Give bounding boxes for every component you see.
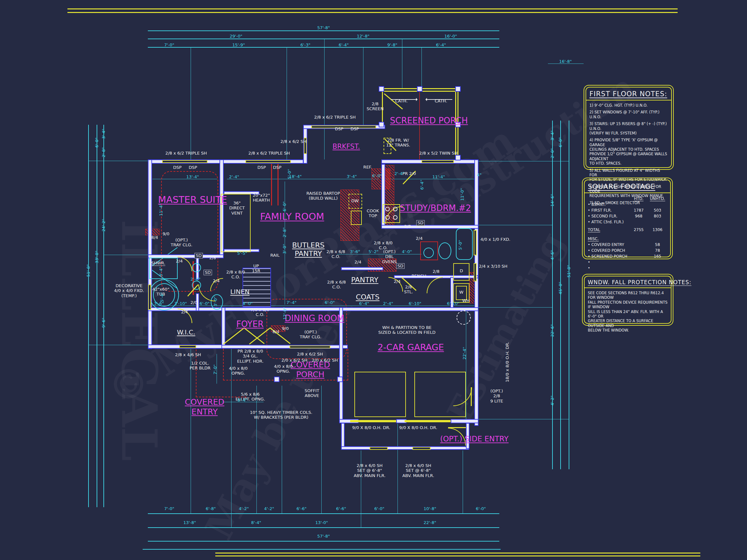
garage-door-header (405, 420, 450, 422)
annotation-label: 9/0 (163, 231, 170, 236)
annotation-label: 18/0 x 8/0 O.H. DR. (505, 342, 510, 382)
cell: 58 (648, 242, 667, 247)
dim: 5'-0" (287, 169, 292, 179)
dim: 6'-0" (325, 300, 335, 305)
square-footage-row: • BSMNT. (588, 202, 667, 207)
annotation-label: 2/8 x 6/2 TRIPLE SH (248, 151, 290, 156)
annotation-label: WH (462, 298, 470, 303)
dim: 22'-4" (462, 347, 467, 359)
dim: 45'-0" (558, 282, 563, 294)
wall (341, 423, 345, 449)
room-label-dining-room: DINING ROOM (285, 313, 344, 323)
sheet-border-bottom-cyan (143, 549, 500, 550)
dim: 2'-4" (394, 171, 405, 176)
divider (585, 288, 671, 288)
plan-geometry: WNDW. FALL PROTECTION NOTES: SEE CODE SE… (584, 276, 671, 324)
note-item: 3) STAIRS: UP 15 RISERS @ 8" (+ -) (TYP.… (589, 122, 668, 135)
dim: 6'-0" (372, 174, 382, 178)
annotation-label: 2/8 x 6/2 TRIPLE SH (165, 151, 207, 156)
dim: 7'-0" (164, 506, 175, 511)
annotation-label: WH & PARTITION TO BE SIZED & LOCATED IN … (378, 325, 435, 335)
wall (341, 267, 383, 270)
cell: 803 (648, 213, 667, 219)
annotation-label: DW (352, 198, 359, 203)
sheet-border-bottom (215, 553, 700, 554)
square-footage-title: SQUARE FOOTAGE (588, 183, 667, 191)
dim: 6'-6" (336, 506, 346, 511)
plan-geometry (385, 179, 474, 179)
annotation-label: 8/4 (273, 329, 280, 334)
plan-geometry (421, 48, 422, 88)
sink (423, 247, 434, 258)
square-footage-row: • COVERED ENTRY58 (588, 242, 667, 247)
annotation-label: (OPT.) TRAY CLG. (300, 329, 321, 340)
plan-geometry (397, 424, 398, 513)
annotation-label: 36" DIRECT VENT (229, 201, 245, 215)
porch-column (379, 86, 384, 92)
room-label-family-room: FAMILY ROOM (260, 211, 324, 222)
room-label-coats: COATS (356, 293, 379, 301)
room-label-screened-porch: SCREENED PORCH (390, 116, 468, 126)
garage-door-header (350, 420, 396, 422)
plan-geometry (393, 215, 397, 220)
annotation-label: DSP (273, 165, 281, 170)
plan-geometry (148, 47, 499, 48)
annotation-label: 9/0 X 8/0 O.H. DR. (352, 425, 390, 430)
square-footage-rows: • BSMNT.• FIRST FLR.1787503• SECOND FLR.… (588, 202, 667, 225)
dim: 6'-0" (558, 137, 563, 148)
porch-column (274, 377, 280, 382)
dim: 7'-4" (287, 300, 297, 305)
plan-geometry (569, 121, 569, 469)
dim: 4'-6" (550, 250, 555, 260)
window-wic (179, 345, 196, 348)
window-fall-protection-title: WNDW. FALL PROTECTION NOTES: (588, 279, 668, 286)
plan-geometry (466, 311, 466, 419)
dim: 5'-0" (458, 240, 463, 250)
annotation-label: W (459, 290, 464, 295)
dim: 3'-6" (350, 249, 360, 254)
cell: 165 (648, 254, 667, 259)
dim: 2'-8" (282, 228, 287, 238)
dim: 12'-0" (282, 307, 287, 320)
annotation-label: BENCH (411, 273, 426, 278)
plan-geometry (148, 541, 499, 541)
floor-plan-sheet: FIRST FLOOR NOTES: 1) 9'-0" CLG. HGT. (T… (0, 0, 747, 560)
plan-geometry: SQUARE FOOTAGE HTD. UNHTD. • BSMNT.• FIR… (584, 180, 671, 257)
annotation-label: DSP (189, 165, 197, 170)
col-htd: HTD. (629, 196, 648, 202)
sheet-border-top2 (68, 12, 678, 13)
room-label-side-entry: (OPT.) SIDE ENTRY (440, 434, 508, 443)
smoke-detector: SD (195, 253, 203, 258)
cell: • (588, 265, 629, 271)
dim: 3'-0" (213, 296, 218, 306)
cell (629, 265, 648, 271)
garage-stall (354, 372, 406, 417)
dim: 2'-4" (229, 175, 239, 179)
chimney-line (278, 164, 279, 206)
annotation-label: SOFFIT ABOVE (305, 388, 319, 398)
dim: 5'-4" (159, 292, 164, 302)
porch-column (379, 122, 384, 127)
dim: 3'-4" (550, 131, 555, 141)
dim: 6'-4" (436, 43, 446, 47)
annotation-label: 1/2 COL. PER BLDR (190, 361, 210, 371)
room-label-butlers-pantry: BUTLERS PANTRY (292, 241, 325, 258)
annotation-label: 2/4 (416, 236, 423, 241)
header-mark (145, 229, 159, 235)
annotation-label: 2/8 x 6/0 SH SET @ 6'-8" ABV. MAIN FLR. (354, 463, 386, 478)
note-item: 2) SET WINDOWS @ 7'-10" AFF. (TYP.) U.N.… (589, 110, 668, 119)
porch-column (417, 86, 422, 92)
dim: 57'-8" (317, 534, 330, 539)
dim: 6'-10" (409, 301, 421, 306)
dim: 6'-0" (200, 301, 210, 306)
dim: 8'-0" (243, 301, 253, 306)
window-side-entry (412, 447, 431, 450)
dim: 4" (477, 172, 482, 177)
dim: 6'-0" (282, 202, 287, 212)
plan-geometry (463, 450, 463, 513)
cell (648, 219, 667, 225)
dim: 57'-8" (317, 25, 330, 30)
plan-geometry (402, 38, 402, 88)
dim: 7'-0" (164, 43, 175, 47)
annotation-label: 2/8 x 6/0 SH SET @ 6'-8" ABV. MAIN FLR. (402, 463, 434, 478)
